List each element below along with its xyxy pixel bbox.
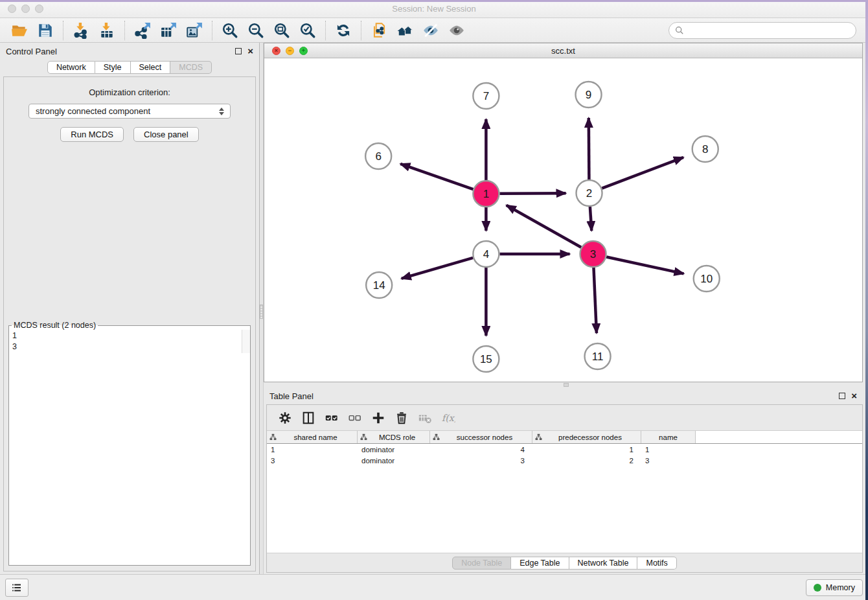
cell-successor-nodes: 3 xyxy=(430,457,532,465)
zoom-selected-button[interactable] xyxy=(295,19,321,41)
add-column-button[interactable] xyxy=(368,408,389,428)
column-header-predecessor-nodes[interactable]: predecessor nodes xyxy=(532,431,641,443)
app-window: Session: New Session Control Panel × Net… xyxy=(0,0,868,600)
tab-network-table[interactable]: Network Table xyxy=(569,557,638,570)
graph-node-9[interactable]: 9 xyxy=(576,82,602,108)
edge-2-3[interactable] xyxy=(590,207,591,231)
export-network-button[interactable] xyxy=(130,19,155,41)
graph-node-6[interactable]: 6 xyxy=(365,143,391,169)
tab-select[interactable]: Select xyxy=(131,61,171,74)
tab-node-table[interactable]: Node Table xyxy=(452,557,511,570)
memory-button[interactable]: Memory xyxy=(806,579,863,596)
graph-node-10[interactable]: 10 xyxy=(694,266,720,292)
node-label: 8 xyxy=(702,143,708,156)
close-panel-icon[interactable]: × xyxy=(851,393,857,399)
close-panel-icon[interactable]: × xyxy=(247,48,253,54)
tab-motifs[interactable]: Motifs xyxy=(637,557,676,570)
search-icon xyxy=(675,26,684,35)
edge-1-2[interactable] xyxy=(499,193,565,194)
deselect-all-columns-button[interactable] xyxy=(345,408,365,428)
result-scrollbar[interactable] xyxy=(242,330,250,353)
memory-label: Memory xyxy=(826,583,855,592)
column-header-name[interactable]: name xyxy=(641,431,696,443)
cell-MCDS-role: dominator xyxy=(358,457,430,465)
import-network-button[interactable] xyxy=(68,19,94,41)
hide-selected-button[interactable] xyxy=(418,19,444,41)
column-header-MCDS-role[interactable]: MCDS role xyxy=(358,431,430,443)
graph-node-11[interactable]: 11 xyxy=(585,343,611,369)
graph-node-1[interactable]: 1 xyxy=(473,181,499,207)
graph-node-2[interactable]: 2 xyxy=(577,180,602,206)
graph-node-4[interactable]: 4 xyxy=(473,241,499,267)
control-panel-tabs: NetworkStyleSelectMCDS xyxy=(0,60,259,76)
open-file-button[interactable] xyxy=(6,19,32,41)
select-all-columns-button[interactable] xyxy=(321,408,342,428)
zoom-in-button[interactable] xyxy=(217,19,243,41)
graph-node-3[interactable]: 3 xyxy=(580,241,606,267)
cell-name: 1 xyxy=(641,446,696,454)
column-header-successor-nodes[interactable]: successor nodes xyxy=(430,431,532,443)
edge-3-10[interactable] xyxy=(606,257,683,273)
edge-3-1[interactable] xyxy=(507,205,581,248)
table-toolbar: f(x) xyxy=(267,405,862,431)
cell-MCDS-role: dominator xyxy=(358,446,430,454)
splitter-grip[interactable] xyxy=(260,305,263,319)
splitter-grip[interactable] xyxy=(564,383,569,387)
toolbar-separator xyxy=(212,21,212,40)
export-image-icon xyxy=(186,22,203,39)
table-row[interactable]: 3dominator323 xyxy=(267,455,862,466)
horizontal-splitter[interactable] xyxy=(264,382,863,387)
duplicate-network-button[interactable] xyxy=(366,19,392,41)
toolbar-separator xyxy=(63,21,63,40)
close-panel-button[interactable]: Close panel xyxy=(133,127,199,142)
graph-node-7[interactable]: 7 xyxy=(473,83,499,109)
first-neighbors-icon xyxy=(396,22,413,39)
criterion-select[interactable]: strongly connected component xyxy=(29,104,231,119)
table-row[interactable]: 1dominator411 xyxy=(267,444,862,455)
edge-2-8[interactable] xyxy=(602,157,683,189)
float-panel-icon[interactable] xyxy=(839,393,845,399)
graph-node-15[interactable]: 15 xyxy=(473,346,499,372)
save-session-button[interactable] xyxy=(32,19,58,41)
graph-node-8[interactable]: 8 xyxy=(692,136,718,162)
tab-network[interactable]: Network xyxy=(47,61,95,74)
network-window: × − + scc.txt 7968124314101511 xyxy=(264,43,863,382)
export-network-icon xyxy=(134,22,151,39)
zoom-out-icon xyxy=(247,22,264,39)
first-neighbors-button[interactable] xyxy=(392,19,418,41)
node-label: 6 xyxy=(375,150,381,163)
split-columns-button[interactable] xyxy=(298,408,319,428)
network-view-title: scc.txt xyxy=(264,46,862,56)
run-mcds-button[interactable]: Run MCDS xyxy=(60,127,124,142)
refresh-button[interactable] xyxy=(330,19,356,41)
graph-node-14[interactable]: 14 xyxy=(366,272,392,298)
main-area: Control Panel × NetworkStyleSelectMCDS O… xyxy=(0,43,868,574)
task-history-button[interactable] xyxy=(5,579,29,597)
node-label: 3 xyxy=(590,248,596,260)
zoom-out-button[interactable] xyxy=(243,19,269,41)
delete-column-button[interactable] xyxy=(391,408,412,428)
search-input[interactable] xyxy=(688,25,850,35)
settings-gear-button[interactable] xyxy=(275,408,295,428)
zoom-fit-button[interactable] xyxy=(269,19,295,41)
export-table-icon xyxy=(160,22,177,39)
network-canvas[interactable]: 7968124314101511 xyxy=(264,58,862,382)
tab-edge-table[interactable]: Edge Table xyxy=(511,557,569,570)
node-label: 2 xyxy=(586,187,592,200)
edge-1-6[interactable] xyxy=(400,164,473,189)
edge-2-9[interactable] xyxy=(589,118,589,179)
delete-table-button xyxy=(415,408,435,428)
vertical-splitter[interactable] xyxy=(259,43,264,574)
float-panel-icon[interactable] xyxy=(235,48,242,54)
tab-mcds[interactable]: MCDS xyxy=(170,61,212,74)
export-image-button[interactable] xyxy=(181,19,207,41)
edge-3-11[interactable] xyxy=(593,268,596,333)
export-table-button[interactable] xyxy=(155,19,181,41)
column-header-shared-name[interactable]: shared name xyxy=(267,431,358,443)
edge-4-14[interactable] xyxy=(402,258,473,279)
settings-gear-icon xyxy=(278,411,292,425)
show-all-button[interactable] xyxy=(444,19,470,41)
mcds-tab-content: Optimization criterion: strongly connect… xyxy=(3,76,256,571)
tab-style[interactable]: Style xyxy=(95,61,131,74)
import-table-button[interactable] xyxy=(94,19,120,41)
